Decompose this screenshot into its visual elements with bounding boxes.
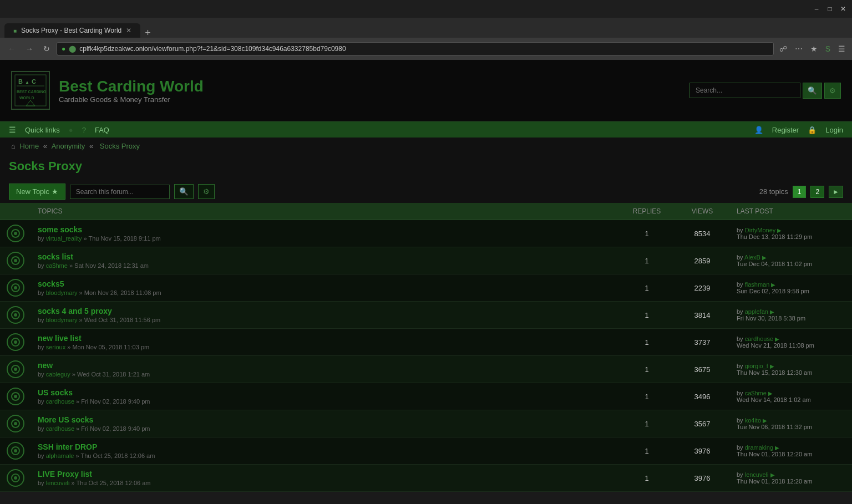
topic-author-link[interactable]: cardhouse bbox=[46, 398, 74, 405]
breadcrumb-current: Socks Proxy bbox=[100, 142, 140, 150]
topic-title-link[interactable]: socks list bbox=[38, 252, 73, 261]
table-row: new live list by serioux » Mon Nov 05, 2… bbox=[0, 329, 852, 356]
last-post-author-link[interactable]: cardhouse bbox=[745, 335, 773, 342]
topic-replies: 1 bbox=[619, 437, 674, 465]
topic-title-link[interactable]: new bbox=[38, 361, 53, 370]
topic-views: 2239 bbox=[674, 274, 730, 302]
last-post-author-link[interactable]: lencuveli bbox=[745, 471, 769, 478]
login-link[interactable]: Login bbox=[825, 126, 843, 134]
topic-author-link[interactable]: cardhouse bbox=[46, 425, 74, 432]
topic-replies: 1 bbox=[619, 410, 674, 437]
last-post-author-link[interactable]: AlexB bbox=[744, 254, 760, 261]
title-bar: – □ ✕ bbox=[0, 0, 852, 18]
sync-button[interactable]: S bbox=[823, 43, 833, 54]
topic-title-link[interactable]: socks 4 and 5 proxy bbox=[38, 307, 112, 315]
page-2-button[interactable]: 2 bbox=[810, 186, 824, 198]
topic-status-icon bbox=[7, 333, 24, 351]
topic-title-link[interactable]: LIVE Proxy list bbox=[38, 470, 92, 478]
topic-dot bbox=[14, 449, 17, 452]
table-row: LIVE Proxy list by lencuveli » Thu Oct 2… bbox=[0, 465, 852, 492]
register-link[interactable]: Register bbox=[772, 126, 799, 134]
topic-views: 2859 bbox=[674, 247, 730, 274]
topic-title-cell: socks 4 and 5 proxy by bloodymary » Wed … bbox=[31, 302, 619, 329]
svg-text:B: B bbox=[18, 78, 23, 85]
maximize-button[interactable]: □ bbox=[825, 4, 834, 13]
nav-right: 👤 Register 🔒 Login bbox=[754, 126, 843, 134]
topic-title-link[interactable]: new live list bbox=[38, 334, 82, 343]
topic-views: 3976 bbox=[674, 437, 730, 465]
reader-view-button[interactable]: ☍ bbox=[777, 43, 789, 54]
topic-icon-inner bbox=[11, 229, 20, 238]
forum-search-button[interactable]: 🔍 bbox=[174, 184, 194, 199]
address-bar[interactable]: ● ⬤ cplfk4kp5dzeakwc.onion/viewforum.php… bbox=[57, 42, 774, 55]
topic-author-link[interactable]: serioux bbox=[46, 344, 65, 350]
next-page-button[interactable]: ► bbox=[829, 186, 843, 198]
search-area: 🔍 ⚙ bbox=[689, 83, 841, 99]
topic-dot bbox=[14, 395, 17, 398]
search-button[interactable]: 🔍 bbox=[803, 83, 822, 99]
topic-status-icon bbox=[7, 360, 24, 378]
post-link-icon: ▶ bbox=[771, 282, 775, 288]
topic-author-link[interactable]: cableguy bbox=[46, 371, 70, 378]
topic-last-post: by applefan ▶Fri Nov 30, 2018 5:38 pm bbox=[730, 302, 852, 329]
last-post-author-link[interactable]: DirtyMoney bbox=[745, 227, 776, 233]
nav-left: ☰ Quick links ● ? FAQ bbox=[9, 125, 109, 134]
topic-title-link[interactable]: SSH inter DROP bbox=[38, 442, 97, 451]
green-nav: ☰ Quick links ● ? FAQ 👤 Register 🔒 Login bbox=[0, 122, 852, 138]
back-button[interactable]: ← bbox=[4, 43, 19, 54]
topic-replies: 1 bbox=[619, 329, 674, 356]
topic-author-link[interactable]: ca$hme bbox=[46, 262, 68, 269]
search-input[interactable] bbox=[689, 83, 800, 98]
topic-dot bbox=[14, 232, 17, 235]
browser-tab[interactable]: ■ Socks Proxy - Best Carding World ✕ bbox=[4, 23, 140, 38]
tab-title: Socks Proxy - Best Carding World bbox=[21, 27, 121, 34]
nav-separator: ● bbox=[69, 126, 73, 134]
tab-close-button[interactable]: ✕ bbox=[126, 27, 131, 34]
bookmark-button[interactable]: ★ bbox=[808, 43, 820, 54]
topic-replies: 1 bbox=[619, 220, 674, 247]
topic-views: 8534 bbox=[674, 220, 730, 247]
last-post-author-link[interactable]: applefan bbox=[745, 308, 768, 315]
topic-replies: 1 bbox=[619, 247, 674, 274]
topic-title-link[interactable]: More US socks bbox=[38, 415, 93, 424]
last-post-author-link[interactable]: ko4ito bbox=[745, 417, 761, 424]
topic-title-link[interactable]: socks5 bbox=[38, 279, 64, 288]
new-tab-button[interactable]: + bbox=[145, 28, 151, 38]
last-post-author-link[interactable]: flashman bbox=[745, 281, 770, 288]
search-settings-button[interactable]: ⚙ bbox=[824, 83, 841, 99]
topic-author-link[interactable]: alphamale bbox=[46, 452, 74, 459]
menu-button[interactable]: ⋯ bbox=[793, 43, 805, 54]
reload-button[interactable]: ↻ bbox=[40, 43, 53, 54]
new-topic-button[interactable]: New Topic ★ bbox=[9, 184, 65, 200]
topic-author-link[interactable]: bloodymary bbox=[46, 289, 78, 296]
topic-author-link[interactable]: bloodymary bbox=[46, 317, 78, 323]
forward-button[interactable]: → bbox=[22, 43, 37, 54]
page-1-button[interactable]: 1 bbox=[793, 186, 807, 198]
topic-meta: by alphamale » Thu Oct 25, 2018 12:06 am bbox=[38, 452, 612, 459]
topic-title-link[interactable]: US socks bbox=[38, 388, 73, 397]
secure-icon: ⬤ bbox=[69, 45, 76, 53]
topic-status-icon bbox=[7, 225, 24, 242]
topic-dot bbox=[14, 368, 17, 371]
minimize-button[interactable]: – bbox=[812, 4, 821, 13]
last-post-author-link[interactable]: giorgio_f bbox=[745, 363, 768, 369]
forum-search-input[interactable] bbox=[70, 185, 170, 199]
quick-links-link[interactable]: Quick links bbox=[25, 126, 60, 134]
topic-icon-inner bbox=[11, 283, 20, 292]
forum-search-settings-button[interactable]: ⚙ bbox=[198, 184, 215, 199]
breadcrumb-home[interactable]: Home bbox=[19, 142, 39, 150]
topic-author-link[interactable]: virtual_reality bbox=[46, 235, 82, 242]
topic-title-link[interactable]: some socks bbox=[38, 225, 82, 234]
topic-author-link[interactable]: lencuveli bbox=[46, 480, 70, 486]
last-post-author-link[interactable]: ca$hme bbox=[745, 390, 767, 396]
topic-meta: by cableguy » Wed Oct 31, 2018 1:21 am bbox=[38, 371, 612, 378]
breadcrumb-anonymity[interactable]: Anonymity bbox=[52, 142, 85, 150]
table-row: More US socks by cardhouse » Fri Nov 02,… bbox=[0, 410, 852, 437]
post-link-icon: ▶ bbox=[775, 445, 779, 451]
last-post-author-link[interactable]: dramaking bbox=[745, 444, 773, 451]
col-last-post: LAST POST bbox=[730, 203, 852, 220]
close-button[interactable]: ✕ bbox=[839, 4, 848, 13]
extensions-button[interactable]: ☰ bbox=[836, 43, 848, 54]
faq-link[interactable]: FAQ bbox=[95, 126, 109, 134]
col-replies: REPLIES bbox=[619, 203, 674, 220]
